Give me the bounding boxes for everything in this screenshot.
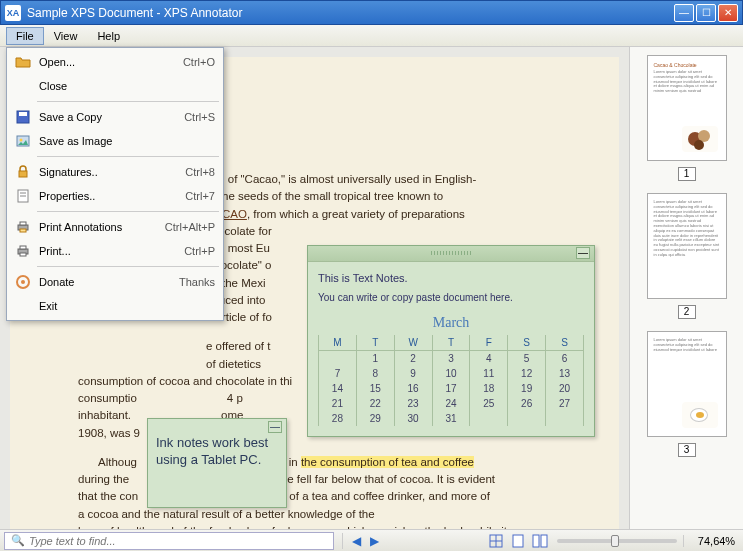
prev-page-button[interactable]: ◀ (347, 533, 365, 549)
zoom-value: 74,64% (683, 535, 743, 547)
floppy-icon (13, 109, 33, 125)
properties-icon (13, 188, 33, 204)
fit-page-icon[interactable] (488, 533, 504, 549)
ink-note-text: Ink notes work best using a Tablet PC. (156, 435, 268, 467)
highlight: the consumption of tea and coffee (301, 456, 474, 468)
menu-exit[interactable]: Exit (9, 294, 221, 318)
svg-rect-20 (533, 535, 539, 547)
menu-signatures[interactable]: Signatures.. Ctrl+8 (9, 160, 221, 184)
status-bar: 🔍 ◀ ▶ 74,64% (0, 529, 743, 551)
menu-donate[interactable]: Donate Thanks (9, 270, 221, 294)
menu-separator (37, 101, 219, 102)
svg-rect-10 (20, 229, 26, 232)
thumbnail-number-2[interactable]: 2 (678, 305, 696, 319)
menu-save-copy[interactable]: Save a Copy Ctrl+S (9, 105, 221, 129)
thumbnail-panel: Cacao & Chocolate Lorem ipsum dolor sit … (629, 47, 743, 529)
menu-bar: File View Help (0, 25, 743, 47)
calendar: March MTWTFSS 123456 78910111213 1415161… (318, 315, 584, 426)
next-page-button[interactable]: ▶ (365, 533, 383, 549)
lock-icon (13, 164, 33, 180)
menu-file[interactable]: File (6, 27, 44, 45)
text-note-header[interactable]: — (308, 246, 594, 262)
thumbnail-number-1[interactable]: 1 (678, 167, 696, 181)
text-note-line2: You can write or copy paste document her… (318, 292, 584, 303)
minimize-button[interactable]: — (674, 4, 694, 22)
print-annotations-icon (13, 219, 33, 235)
svg-point-3 (20, 139, 23, 142)
calendar-header-row: MTWTFSS (319, 335, 584, 351)
menu-separator (37, 156, 219, 157)
thumbnail-2[interactable]: Lorem ipsum dolor sit amet consectetur a… (647, 193, 727, 299)
print-icon (13, 243, 33, 259)
close-button[interactable]: ✕ (718, 4, 738, 22)
single-page-icon[interactable] (510, 533, 526, 549)
image-icon (13, 133, 33, 149)
menu-separator (37, 211, 219, 212)
maximize-button[interactable]: ☐ (696, 4, 716, 22)
text-note[interactable]: — This is Text Notes. You can write or c… (307, 245, 595, 437)
zoom-slider[interactable] (557, 539, 677, 543)
menu-open[interactable]: Open... Ctrl+O (9, 50, 221, 74)
app-icon: XA (5, 5, 21, 21)
file-menu-dropdown: Open... Ctrl+O Close Save a Copy Ctrl+S … (6, 47, 224, 321)
find-input[interactable] (29, 535, 327, 547)
menu-print[interactable]: Print... Ctrl+P (9, 239, 221, 263)
two-page-icon[interactable] (532, 533, 548, 549)
thumbnail-number-3[interactable]: 3 (678, 443, 696, 457)
svg-rect-21 (541, 535, 547, 547)
svg-rect-19 (513, 535, 523, 547)
svg-rect-1 (19, 112, 27, 116)
thumbnail-3[interactable]: Lorem ipsum dolor sit amet consectetur a… (647, 331, 727, 437)
svg-rect-12 (20, 246, 26, 249)
find-box[interactable]: 🔍 (4, 532, 334, 550)
menu-separator (37, 266, 219, 267)
open-icon (13, 54, 33, 70)
donate-icon (13, 274, 33, 290)
calendar-title: March (318, 315, 584, 331)
minimize-ink-note-button[interactable]: — (268, 421, 282, 433)
text-note-line1: This is Text Notes. (318, 272, 584, 284)
menu-view[interactable]: View (44, 27, 88, 45)
main-area: Open... Ctrl+O Close Save a Copy Ctrl+S … (0, 47, 743, 529)
menu-save-image[interactable]: Save as Image (9, 129, 221, 153)
menu-help[interactable]: Help (87, 27, 130, 45)
svg-rect-13 (20, 253, 26, 256)
title-bar: XA Sample XPS Document - XPS Annotator —… (0, 0, 743, 25)
search-icon: 🔍 (11, 534, 25, 547)
minimize-note-button[interactable]: — (576, 247, 590, 259)
window-title: Sample XPS Document - XPS Annotator (27, 6, 674, 20)
zoom-handle[interactable] (611, 535, 619, 547)
svg-rect-9 (20, 222, 26, 225)
svg-rect-4 (19, 171, 27, 177)
thumbnail-1[interactable]: Cacao & Chocolate Lorem ipsum dolor sit … (647, 55, 727, 161)
menu-close[interactable]: Close (9, 74, 221, 98)
menu-print-annotations[interactable]: Print Annotations Ctrl+Alt+P (9, 215, 221, 239)
menu-properties[interactable]: Properties.. Ctrl+7 (9, 184, 221, 208)
svg-point-15 (21, 280, 25, 284)
ink-note[interactable]: — Ink notes work best using a Tablet PC. (147, 418, 287, 508)
